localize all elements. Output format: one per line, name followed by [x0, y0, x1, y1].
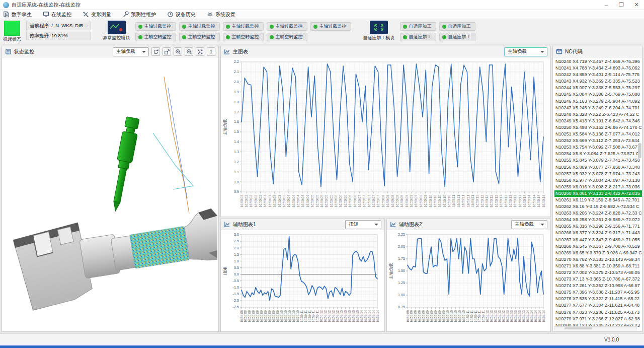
nc-code-line[interactable]: N10262 X6.16 Y-3.19 Z-8.682 A-72.534 C: [554, 203, 642, 210]
svg-text:16:59:14: 16:59:14: [360, 310, 363, 323]
nc-code-line[interactable]: N10249 X5.413 Y-3.191 Z-6.642 A-74.346: [554, 118, 642, 124]
nc-code-line[interactable]: N10272 X7.002 Y-3.375 Z-10.573 A-68.05: [554, 269, 642, 276]
menu-item-system-settings[interactable]: 系统设置: [207, 11, 235, 18]
nc-vertical-scrollbar[interactable]: [638, 58, 641, 210]
nc-code-line[interactable]: N10247 X5.245 Y-3.249 Z-6.204 A-74.701: [554, 105, 642, 111]
svg-text:16:59:12: 16:59:12: [498, 310, 501, 323]
nc-code-line[interactable]: N10246 X5.163 Y-3.279 Z-5.984 A-74.892: [554, 98, 642, 105]
nc-code-line[interactable]: N10253 X5.754 Y-3.092 Z-7.508 A-73.677: [554, 144, 642, 151]
adaptive-machining-button-1[interactable]: 自适应加工: [400, 22, 436, 31]
nc-code-line[interactable]: N10248 X5.328 Y-3.22 Z-6.423 A-74.52 C: [554, 111, 642, 118]
spindle-overload-button-4[interactable]: 主轴过载监控: [267, 22, 307, 31]
zoom-in-button[interactable]: [174, 47, 182, 56]
svg-text:16:59:02: 16:59:02: [254, 195, 258, 207]
nc-vscroll-thumb[interactable]: [638, 143, 641, 158]
svg-text:16:59:14: 16:59:14: [368, 310, 371, 323]
status-dot-icon: [138, 25, 142, 29]
adaptive-machining-button-2[interactable]: 自适应加工: [439, 22, 475, 31]
svg-text:16:59:03: 16:59:03: [282, 195, 286, 207]
nc-code-line[interactable]: N10241 X4.788 Y-3.434 Z-4.893 A-76.062: [554, 65, 642, 72]
nc-hscroll-thumb[interactable]: [565, 327, 592, 329]
nc-code-line[interactable]: N10269 X6.65 Y-3.379 Z-9.926 A-69.947 C: [554, 250, 642, 256]
adaptive-machining-button-3[interactable]: 自适应加工: [400, 33, 436, 41]
nc-code-line-selected[interactable]: N10260 X6.081 Y-3.133 Z-8.422 A-72.835: [554, 190, 642, 197]
spindle-idle-button-3[interactable]: 主轴空转监控: [223, 33, 264, 41]
adaptive-machining-button-4[interactable]: 自适应加工: [439, 33, 475, 41]
aux-chart1-signal-dropdown[interactable]: 扭矩: [345, 220, 381, 229]
nc-code-line[interactable]: N10245 X5.084 Y-3.308 Z-5.769 A-75.088: [554, 91, 642, 98]
svg-text:主轴负载: 主轴负载: [223, 119, 227, 135]
nc-code-line[interactable]: N10275 X7.396 Y-3.338 Z-11.207 A-65.95: [554, 289, 642, 296]
button-label: 主轴空转监控: [232, 34, 259, 40]
nc-code-line[interactable]: N10252 X5.669 Y-3.112 Z-7.293 A-73.844: [554, 137, 642, 144]
status-panel-title: 状态监控: [14, 48, 34, 55]
svg-text:16:59:13: 16:59:13: [513, 195, 517, 207]
nc-code-line[interactable]: N10257 X5.932 Y-3.078 Z-7.974 A-73.243: [554, 171, 642, 177]
nc-code-line[interactable]: N10254 X5.8 Y-3.084 Z-7.625 A-73.571 C: [554, 151, 642, 157]
nc-code-line[interactable]: N10274 X7.261 Y-3.352 Z-10.998 A-66.67: [554, 283, 642, 289]
nc-code-line[interactable]: N10259 X6.016 Y-3.098 Z-8.217 A-73.036: [554, 184, 642, 190]
close-button[interactable]: ✕: [629, 0, 644, 10]
nc-code-line[interactable]: N10258 X5.977 Y-3.084 Z-8.097 A-73.138: [554, 177, 642, 184]
nc-code-line[interactable]: N10243 X4.932 Y-3.369 Z-5.335 A-75.523: [554, 78, 642, 85]
fit-view-button[interactable]: [196, 47, 204, 56]
rotate-view-button[interactable]: [151, 47, 160, 56]
nc-code-line[interactable]: N10261 X6.119 Y-3.159 Z-8.546 A-72.701: [554, 197, 642, 203]
main-chart-signal-dropdown[interactable]: 主轴负载: [504, 47, 547, 56]
nc-code-line[interactable]: N10273 X7.13 Y-3.365 Z-10.786 A-67.372: [554, 276, 642, 283]
svg-text:16:59:12: 16:59:12: [336, 310, 339, 323]
zoom-out-button[interactable]: [185, 47, 193, 56]
nc-code-line[interactable]: N10279 X7.971 Y-3.266 Z-12.027 A-62.98: [554, 316, 642, 322]
spindle-overload-button-3[interactable]: 主轴过载监控: [223, 22, 264, 31]
adaptive-module[interactable]: 自适应加工模块: [363, 21, 395, 41]
spindle-idle-button-2[interactable]: 主轴空转监控: [179, 33, 220, 41]
view-count-button[interactable]: 1: [207, 47, 215, 56]
spindle-overload-button-5[interactable]: 主轴过载监控: [310, 22, 351, 31]
maximize-button[interactable]: ❐: [614, 0, 629, 10]
svg-text:1.6: 1.6: [234, 119, 239, 124]
nc-code-line[interactable]: N10266 X6.377 Y-3.324 Z-9.317 A-71.443: [554, 230, 642, 236]
pan-view-button[interactable]: [163, 47, 171, 56]
menu-item-deform-measure[interactable]: 变形测量: [83, 11, 111, 18]
nc-code-line[interactable]: N10278 X7.823 Y-3.286 Z-11.825 A-63.73: [554, 309, 642, 316]
nc-code-line[interactable]: N10265 X6.316 Y-3.296 Z-9.156 A-71.771: [554, 223, 642, 230]
button-label: 主轴空转监控: [188, 34, 215, 40]
menu-item-device-history[interactable]: 设备历史: [167, 11, 196, 18]
button-label: 主轴空转监控: [276, 34, 303, 40]
machine-3d-viewport[interactable]: [2, 57, 218, 331]
nc-code-line[interactable]: N10244 X5.007 Y-3.338 Z-5.553 A-75.297: [554, 85, 642, 91]
status-signal-dropdown[interactable]: 主轴负载: [113, 47, 149, 56]
spindle-idle-button-1[interactable]: 主轴空转监控: [135, 33, 176, 41]
svg-text:16:59:13: 16:59:13: [352, 310, 355, 323]
spindle-overload-button-1[interactable]: 主轴过载监控: [135, 22, 176, 31]
anomaly-module[interactable]: 异常监控模块: [103, 21, 130, 41]
nc-code-line[interactable]: N10264 X6.258 Y-3.261 Z-8.989 A-72.072: [554, 217, 642, 223]
nc-code-line[interactable]: N10242 X4.859 Y-3.401 Z-5.114 A-75.775: [554, 72, 642, 78]
spindle-overload-button-2[interactable]: 主轴过载监控: [179, 22, 220, 31]
svg-text:扭矩: 扭矩: [223, 267, 227, 275]
svg-text:16:59:14: 16:59:14: [532, 195, 536, 207]
menu-item-digital-twin[interactable]: 数字孪生: [3, 11, 32, 18]
nc-code-line[interactable]: N10277 X7.677 Y-3.304 Z-11.621 A-64.48: [554, 302, 642, 309]
aux-chart2-signal-dropdown[interactable]: 主轴负载: [511, 220, 547, 229]
menu-item-online-monitor[interactable]: 在线监控: [43, 11, 71, 18]
menu-item-predictive-maintenance[interactable]: 预测性维护: [122, 11, 156, 18]
spindle-idle-button-4[interactable]: 主轴空转监控: [267, 33, 307, 41]
nc-horizontal-scrollbar[interactable]: [554, 326, 637, 330]
nc-code-line[interactable]: N10240 X4.719 Y-3.467 Z-4.669 A-76.396: [554, 58, 642, 65]
nc-code-line[interactable]: N10268 X6.545 Y-3.367 Z-9.708 A-70.519: [554, 243, 642, 250]
nc-code-line[interactable]: N10276 X7.535 Y-3.322 Z-11.415 A-65.22: [554, 296, 642, 302]
main-chart-header: 主图表 主轴负载: [221, 46, 550, 57]
nc-code-list[interactable]: N10240 X4.719 Y-3.467 Z-4.669 A-76.396N1…: [553, 57, 642, 331]
nc-code-line[interactable]: N10255 X5.845 Y-3.079 Z-7.741 A-73.458: [554, 157, 642, 164]
nc-code-line[interactable]: N10256 X5.889 Y-3.077 Z-7.858 A-73.348: [554, 164, 642, 171]
svg-text:1.00: 1.00: [398, 293, 405, 297]
nc-code-line[interactable]: N10250 X5.498 Y-3.162 Z-6.86 A-74.178 C: [554, 124, 642, 131]
nc-code-line[interactable]: N10251 X5.584 Y-3.136 Z-7.077 A-74.012: [554, 131, 642, 137]
nc-code-line[interactable]: N10270 X6.762 Y-3.383 Z-10.143 A-69.34: [554, 256, 642, 263]
nc-code-line[interactable]: N10263 X6.206 Y-3.224 Z-8.828 A-72.33 C: [554, 210, 642, 217]
nc-code-line[interactable]: N10267 X6.447 Y-3.347 Z-9.489 A-71.055: [554, 237, 642, 243]
nc-code-line[interactable]: N10271 X6.88 Y-3.381 Z-10.359 A-68.711: [554, 263, 642, 269]
nc-panel-title: NC代码: [565, 48, 582, 55]
minimize-button[interactable]: –: [599, 0, 614, 10]
